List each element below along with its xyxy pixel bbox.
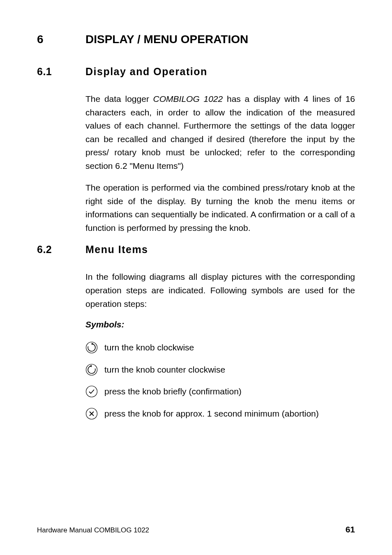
symbol-text: press the knob briefly (confirmation) bbox=[104, 385, 355, 398]
clockwise-icon bbox=[85, 341, 104, 354]
symbol-text: turn the knob clockwise bbox=[104, 341, 355, 354]
paragraph: In the following diagrams all display pi… bbox=[85, 270, 355, 311]
heading-1-number: 6 bbox=[37, 33, 85, 46]
heading-2-number: 6.2 bbox=[37, 244, 85, 256]
symbol-item: turn the knob clockwise bbox=[85, 341, 355, 354]
paragraph: The operation is performed via the combi… bbox=[85, 181, 355, 235]
text-span: The data logger bbox=[85, 94, 153, 104]
paragraph: The data logger COMBILOG 1022 has a disp… bbox=[85, 92, 355, 173]
heading-1-title: DISPLAY / MENU OPERATION bbox=[85, 33, 248, 46]
section-62-body: In the following diagrams all display pi… bbox=[85, 270, 355, 420]
heading-1: 6 DISPLAY / MENU OPERATION bbox=[37, 33, 355, 46]
footer-text: Hardware Manual COMBILOG 1022 bbox=[37, 526, 149, 534]
heading-2-title: Display and Operation bbox=[85, 66, 208, 78]
symbol-item: press the knob briefly (confirmation) bbox=[85, 385, 355, 398]
symbol-item: press the knob for approx. 1 second mini… bbox=[85, 407, 355, 420]
page-footer: Hardware Manual COMBILOG 1022 61 bbox=[37, 525, 355, 534]
heading-2-number: 6.1 bbox=[37, 66, 85, 78]
section-61-body: The data logger COMBILOG 1022 has a disp… bbox=[85, 92, 355, 235]
heading-2-title: Menu Items bbox=[85, 244, 148, 256]
symbol-text: turn the knob counter clockwise bbox=[104, 363, 355, 376]
heading-2-menu: 6.2 Menu Items bbox=[37, 244, 355, 256]
check-icon bbox=[85, 385, 104, 398]
page: 6 DISPLAY / MENU OPERATION 6.1 Display a… bbox=[0, 0, 392, 555]
svg-point-2 bbox=[86, 386, 97, 397]
symbols-heading: Symbols: bbox=[85, 320, 355, 329]
symbol-item: turn the knob counter clockwise bbox=[85, 363, 355, 376]
heading-2-display: 6.1 Display and Operation bbox=[37, 66, 355, 78]
counter-clockwise-icon bbox=[85, 363, 104, 376]
cross-icon bbox=[85, 407, 104, 420]
product-name: COMBILOG 1022 bbox=[153, 94, 223, 104]
text-span: has a display with 4 lines of 16 charact… bbox=[85, 94, 355, 170]
symbol-text: press the knob for approx. 1 second mini… bbox=[104, 407, 355, 420]
page-number: 61 bbox=[346, 525, 355, 534]
